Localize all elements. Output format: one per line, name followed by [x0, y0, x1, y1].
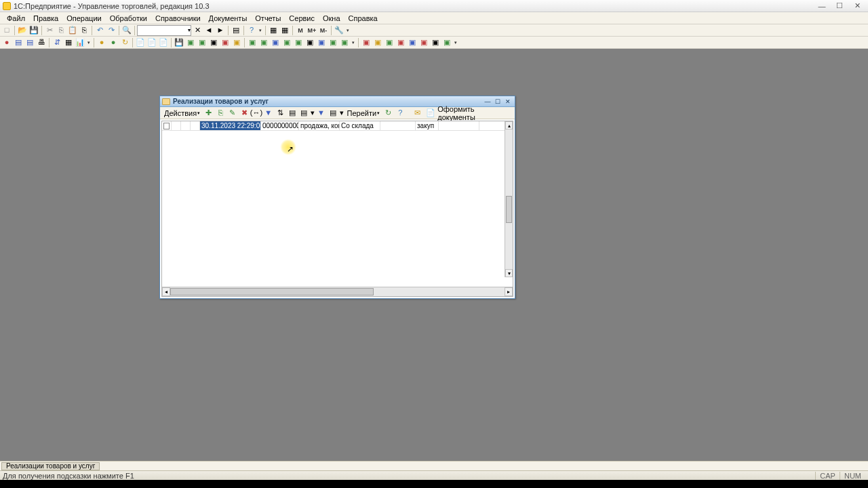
- undo-button[interactable]: ↶: [94, 25, 105, 36]
- form-docs-button[interactable]: 📄Оформить документы: [424, 108, 513, 118]
- tb2-btn-36[interactable]: ▣: [441, 37, 452, 48]
- help-button[interactable]: ?: [246, 25, 257, 36]
- nav-fwd-button[interactable]: ►: [215, 25, 226, 36]
- menu-reports[interactable]: Отчеты: [251, 13, 285, 24]
- menu-windows[interactable]: Окна: [319, 13, 344, 24]
- tb2-dd-36[interactable]: ▾: [453, 40, 458, 45]
- ct-mail-button[interactable]: ✉: [412, 108, 422, 118]
- ct-sort-button[interactable]: ⇅: [275, 108, 285, 118]
- scroll-up-icon[interactable]: ▴: [505, 121, 513, 129]
- ct-mark-button[interactable]: ✖: [239, 108, 250, 118]
- tb2-btn-14[interactable]: 💾: [174, 37, 184, 48]
- tb2-btn-28[interactable]: ▣: [339, 37, 350, 48]
- tb2-btn-13[interactable]: 📄: [158, 37, 169, 48]
- vertical-scrollbar[interactable]: ▴ ▾: [505, 121, 513, 277]
- tb2-btn-7[interactable]: 📊: [75, 37, 85, 48]
- scroll-left-icon[interactable]: ◂: [162, 287, 170, 296]
- tb2-btn-11[interactable]: 📄: [135, 37, 146, 48]
- tb2-btn-9[interactable]: ●: [108, 37, 119, 48]
- save-button[interactable]: 💾: [28, 25, 39, 36]
- tb2-btn-3[interactable]: ▤: [24, 37, 35, 48]
- menu-file[interactable]: Файл: [3, 13, 29, 24]
- combo-button[interactable]: ▾: [137, 25, 191, 36]
- ct-list-dd[interactable]: ▾: [311, 108, 315, 117]
- menu-service[interactable]: Сервис: [285, 13, 319, 24]
- menu-operations[interactable]: Операции: [62, 13, 105, 24]
- tb2-btn-17[interactable]: ▣: [208, 37, 219, 48]
- tb2-dd-28[interactable]: ▾: [351, 40, 356, 45]
- tb2-btn-15[interactable]: ▣: [185, 37, 196, 48]
- tb2-btn-20[interactable]: ▣: [247, 37, 258, 48]
- tb2-btn-33[interactable]: ▣: [407, 37, 418, 48]
- copy-button[interactable]: ⎘: [56, 25, 66, 36]
- paste2-button[interactable]: ⎘: [79, 25, 90, 36]
- tb2-btn-29[interactable]: ▣: [361, 37, 372, 48]
- ct-settings-button[interactable]: ▤: [328, 108, 338, 118]
- new-button[interactable]: □: [1, 25, 12, 36]
- ct-help-button[interactable]: ?: [395, 108, 406, 118]
- tb2-btn-34[interactable]: ▣: [418, 37, 429, 48]
- cal-button[interactable]: ▦: [279, 25, 290, 36]
- menu-edit[interactable]: Правка: [29, 13, 62, 24]
- clear-button[interactable]: ✕: [192, 25, 203, 36]
- tb2-btn-23[interactable]: ▣: [281, 37, 292, 48]
- tb2-btn-10[interactable]: ↻: [119, 37, 130, 48]
- ct-list-button[interactable]: ▤: [287, 108, 297, 118]
- ct-interval-button[interactable]: (↔): [251, 108, 262, 118]
- tb2-btn-32[interactable]: ▣: [395, 37, 406, 48]
- tools-dropdown-icon[interactable]: ▾: [345, 28, 351, 33]
- ct-edit-button[interactable]: ✎: [227, 108, 237, 118]
- tb2-btn-25[interactable]: ▣: [304, 37, 315, 48]
- m-plus-button[interactable]: M+: [307, 25, 317, 36]
- close-button[interactable]: ✕: [849, 1, 865, 11]
- menu-documents[interactable]: Документы: [205, 13, 252, 24]
- tb2-btn-22[interactable]: ▣: [270, 37, 281, 48]
- open-button[interactable]: 📂: [17, 25, 28, 36]
- menu-processing[interactable]: Обработки: [106, 13, 151, 24]
- tb2-btn-31[interactable]: ▣: [384, 37, 395, 48]
- minimize-button[interactable]: —: [814, 1, 830, 11]
- nav-back-button[interactable]: ◄: [203, 25, 214, 36]
- tb2-dd-7[interactable]: ▾: [86, 40, 92, 45]
- ct-filter-button[interactable]: ▼: [263, 108, 273, 118]
- tb2-btn-19[interactable]: ▣: [231, 37, 242, 48]
- horizontal-scrollbar[interactable]: ◂ ▸: [162, 287, 513, 296]
- ct-refresh-button[interactable]: ↻: [383, 108, 393, 118]
- list-button[interactable]: ▤: [231, 25, 241, 36]
- tb2-btn-4[interactable]: 🖶: [36, 37, 47, 48]
- ct-list2-button[interactable]: ▤: [298, 108, 309, 118]
- tb2-btn-35[interactable]: ▣: [430, 37, 441, 48]
- tb2-btn-26[interactable]: ▣: [316, 37, 327, 48]
- menu-references[interactable]: Справочники: [151, 13, 205, 24]
- redo-button[interactable]: ↷: [106, 25, 117, 36]
- grid[interactable]: 30.11.2023 22:29:06 00000000001 продажа,…: [161, 121, 513, 297]
- ct-settings-dd[interactable]: ▾: [340, 108, 344, 117]
- tb2-btn-12[interactable]: 📄: [146, 37, 157, 48]
- m-minus-button[interactable]: M-: [318, 25, 329, 36]
- actions-dropdown[interactable]: Действия▾: [162, 108, 202, 118]
- maximize-button[interactable]: ☐: [831, 1, 848, 11]
- tb2-btn-27[interactable]: ▣: [328, 37, 338, 48]
- help-dropdown-icon[interactable]: ▾: [258, 28, 263, 33]
- tb2-btn-30[interactable]: ▣: [372, 37, 383, 48]
- scroll-down-icon[interactable]: ▾: [505, 269, 513, 277]
- menu-help[interactable]: Справка: [344, 13, 382, 24]
- hscroll-thumb[interactable]: [170, 288, 374, 296]
- grid-row[interactable]: 30.11.2023 22:29:06 00000000001 продажа,…: [162, 121, 513, 131]
- cut-button[interactable]: ✂: [44, 25, 55, 36]
- tb2-btn-6[interactable]: ▦: [63, 37, 74, 48]
- calc-button[interactable]: ▦: [268, 25, 279, 36]
- tools-button[interactable]: 🔧: [334, 25, 344, 36]
- tb2-btn-24[interactable]: ▣: [293, 37, 304, 48]
- tb2-btn-18[interactable]: ▣: [220, 37, 231, 48]
- ct-add-button[interactable]: ✚: [203, 108, 214, 118]
- find-button[interactable]: 🔍: [121, 25, 132, 36]
- tb2-btn-21[interactable]: ▣: [258, 37, 269, 48]
- tb2-btn-8[interactable]: ●: [96, 37, 107, 48]
- m-button[interactable]: M: [295, 25, 306, 36]
- tb2-btn-1[interactable]: ●: [1, 37, 12, 48]
- task-item[interactable]: Реализации товаров и услуг: [1, 462, 100, 470]
- ct-copy-button[interactable]: ⎘: [216, 108, 226, 118]
- ct-filter2-button[interactable]: ▼: [316, 108, 326, 118]
- tb2-btn-5[interactable]: ⇵: [52, 37, 62, 48]
